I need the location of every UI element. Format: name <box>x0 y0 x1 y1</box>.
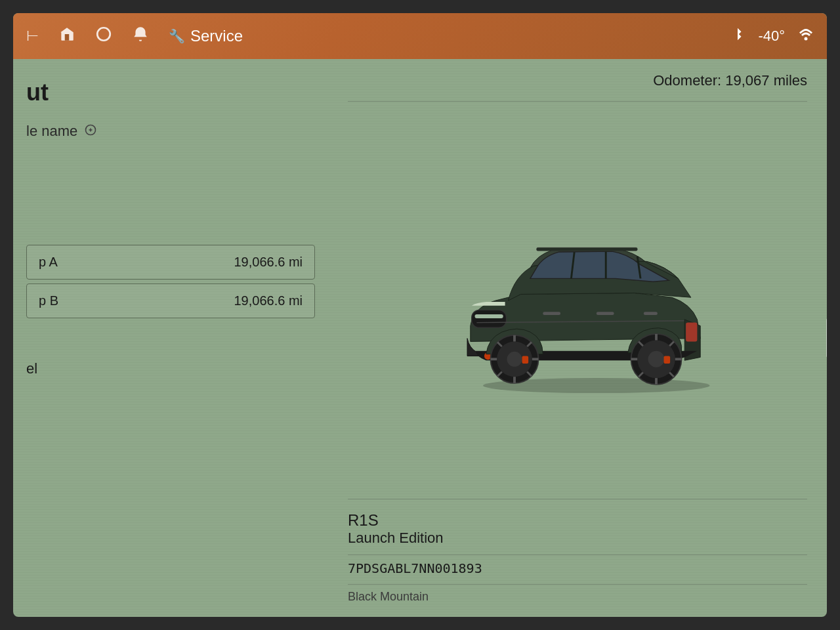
service-label-text: Service <box>190 27 243 45</box>
svg-rect-14 <box>644 312 658 315</box>
search-icon[interactable] <box>95 26 112 47</box>
vehicle-info: R1S Launch Edition 7PDSGABL7NN001893 Bla… <box>348 511 807 604</box>
status-bar-right: -40° <box>730 27 814 46</box>
svg-rect-11 <box>475 314 503 318</box>
temperature-display: -40° <box>758 28 785 45</box>
main-content: ut le name p A 19,066.6 mi p B <box>13 59 827 617</box>
trip-b-row[interactable]: p B 19,066.6 mi <box>26 284 315 318</box>
svg-rect-0 <box>65 34 70 41</box>
main-screen: ⊢ 🔧 <box>13 13 827 617</box>
svg-rect-15 <box>686 322 697 341</box>
svg-rect-41 <box>537 247 638 251</box>
vehicle-image <box>420 196 735 406</box>
svg-rect-39 <box>522 356 529 364</box>
svg-point-19 <box>507 351 522 366</box>
svg-rect-40 <box>664 356 671 364</box>
trip-section: p A 19,066.6 mi p B 19,066.6 mi <box>26 245 315 321</box>
left-panel: ut le name p A 19,066.6 mi p B <box>13 59 328 617</box>
status-bar: ⊢ 🔧 <box>13 13 827 59</box>
model-label-left: el <box>26 360 315 377</box>
bluetooth-icon <box>730 27 745 45</box>
vehicle-name-row: le name <box>26 123 315 140</box>
wrench-icon: 🔧 <box>169 28 185 44</box>
divider-mid <box>348 499 807 499</box>
divider-top <box>348 101 807 102</box>
service-menu-item[interactable]: 🔧 Service <box>169 27 243 45</box>
svg-rect-13 <box>597 312 614 315</box>
trip-a-value: 19,066.6 mi <box>234 255 303 270</box>
notifications-icon[interactable] <box>132 26 149 47</box>
svg-point-2 <box>805 37 808 40</box>
color-name: Black Mountain <box>348 590 807 604</box>
partial-icon: ⊢ <box>26 28 39 45</box>
home-icon[interactable] <box>58 26 75 47</box>
odometer-row: Odometer: 19,067 miles <box>348 72 807 89</box>
vehicle-image-container <box>348 107 807 494</box>
vehicle-edition: Launch Edition <box>348 530 807 547</box>
trip-b-label: p B <box>39 293 58 308</box>
scroll-indicator[interactable] <box>826 318 827 358</box>
vehicle-name-label: le name <box>26 123 77 140</box>
svg-point-30 <box>648 350 665 367</box>
divider-color <box>348 584 807 585</box>
vin-number: 7PDSGABL7NN001893 <box>348 560 807 576</box>
signal-icon <box>798 27 814 46</box>
trip-a-label: p A <box>39 255 58 270</box>
edit-icon[interactable] <box>84 123 97 140</box>
divider-vin <box>348 555 807 555</box>
trip-a-row[interactable]: p A 19,066.6 mi <box>26 245 315 280</box>
status-bar-left: ⊢ 🔧 <box>26 26 730 47</box>
svg-point-1 <box>97 28 110 41</box>
vehicle-model: R1S <box>348 511 807 530</box>
trip-b-value: 19,066.6 mi <box>234 293 303 308</box>
odometer-text: Odometer: 19,067 miles <box>653 72 807 89</box>
page-title: ut <box>26 79 315 106</box>
svg-rect-10 <box>472 310 507 327</box>
right-panel: Odometer: 19,067 miles <box>328 59 827 617</box>
svg-rect-12 <box>543 312 560 315</box>
